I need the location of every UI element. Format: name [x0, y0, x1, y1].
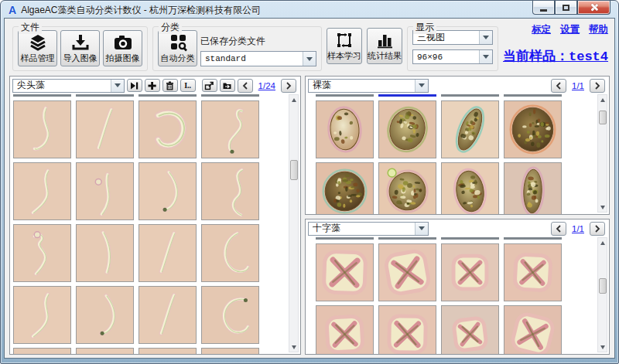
- scroll-down-icon[interactable]: [598, 342, 607, 352]
- panel-luozao-header: 裸藻 1/1: [306, 77, 609, 94]
- auto-classify-button[interactable]: 自动分类: [158, 30, 197, 66]
- algae-image-tile[interactable]: [139, 224, 197, 282]
- algae-image-tile[interactable]: [378, 162, 436, 214]
- close-button[interactable]: [577, 1, 610, 15]
- algae-image-tile[interactable]: [441, 100, 499, 158]
- algae-image-tile[interactable]: [139, 286, 197, 344]
- scroll-up-icon[interactable]: [598, 238, 607, 247]
- algae-image-tile[interactable]: [201, 286, 259, 344]
- scroll-thumb[interactable]: [290, 160, 298, 180]
- algae-image-tile[interactable]: [13, 100, 71, 158]
- algae-image-tile[interactable]: [441, 243, 499, 301]
- algae-image-tile[interactable]: [316, 243, 374, 301]
- algae-image-tile[interactable]: [76, 162, 134, 220]
- algae-image-tile[interactable]: [201, 224, 259, 282]
- thumb-size-value: 96×96: [417, 53, 479, 62]
- scroll-thumb[interactable]: [599, 111, 607, 124]
- folder-icon: [222, 81, 232, 90]
- column-top-bar: [378, 237, 436, 240]
- scrollbar-jiantou[interactable]: [289, 94, 299, 352]
- algae-image-tile[interactable]: [504, 305, 562, 354]
- save-to-folder-button[interactable]: [220, 79, 235, 92]
- capture-image-button[interactable]: 拍摄图像: [103, 30, 142, 66]
- algae-image-tile[interactable]: [504, 162, 562, 214]
- image-grid-area-luozao: [306, 94, 609, 214]
- thumb-size-select[interactable]: 96×96: [412, 49, 493, 64]
- scroll-thumb[interactable]: [599, 278, 607, 294]
- algae-image-tile[interactable]: [378, 100, 436, 158]
- algae-image-tile[interactable]: [378, 243, 436, 301]
- export-button[interactable]: [202, 79, 217, 92]
- scroll-down-icon[interactable]: [598, 202, 607, 212]
- current-sample-value: test4: [569, 49, 608, 64]
- panel-luozao: 裸藻 1/1: [305, 76, 610, 215]
- column-top-bar: [316, 237, 374, 240]
- prev-page-button[interactable]: [238, 79, 253, 93]
- app-logo-icon: A: [9, 4, 16, 16]
- algae-image-tile[interactable]: [316, 100, 374, 158]
- species-select-luozao[interactable]: 裸藻: [308, 79, 429, 93]
- add-button[interactable]: [145, 79, 160, 92]
- minimize-button[interactable]: [532, 1, 555, 15]
- species-select-jiantou[interactable]: 尖头藻: [12, 79, 125, 93]
- import-image-button[interactable]: 导入图像: [60, 30, 100, 66]
- algae-image-tile[interactable]: [378, 305, 436, 354]
- calibrate-link[interactable]: 标定: [532, 23, 551, 36]
- settings-link[interactable]: 设置: [560, 23, 580, 36]
- algae-image-tile[interactable]: [76, 224, 134, 282]
- algae-image-tile[interactable]: [13, 162, 71, 220]
- help-link[interactable]: 帮助: [589, 23, 608, 36]
- prev-page-button[interactable]: [551, 222, 566, 236]
- algae-image-tile[interactable]: [504, 243, 562, 301]
- species-value: 裸藻: [313, 79, 415, 92]
- page-indicator-link[interactable]: 1/1: [572, 224, 584, 233]
- prev-page-button[interactable]: [551, 79, 566, 93]
- sample-manage-button[interactable]: 样品管理: [18, 30, 57, 66]
- stats-result-button[interactable]: 统计结果: [367, 28, 402, 64]
- algae-image-tile[interactable]: [316, 305, 374, 354]
- scrollbar-shizi[interactable]: [597, 237, 607, 352]
- capture-image-label: 拍摄图像: [106, 53, 140, 64]
- image-grid-area-shizi: [306, 236, 609, 354]
- algae-image-tile[interactable]: [76, 348, 134, 354]
- algae-image-tile[interactable]: [441, 305, 499, 354]
- sample-learn-button[interactable]: 样本学习: [327, 28, 362, 64]
- next-page-button[interactable]: [281, 79, 296, 93]
- scroll-up-icon[interactable]: [598, 95, 607, 104]
- play-to-end-button[interactable]: [127, 79, 142, 92]
- algae-image-tile[interactable]: [139, 162, 197, 220]
- algae-image-tile[interactable]: [13, 224, 71, 282]
- next-page-button[interactable]: [590, 222, 605, 236]
- page-indicator-link[interactable]: 1/1: [572, 81, 584, 90]
- chevron-right-icon: [594, 222, 600, 236]
- import-image-label: 导入图像: [63, 53, 97, 64]
- algae-image-tile[interactable]: [13, 348, 71, 354]
- algae-image-tile[interactable]: [13, 286, 71, 344]
- algae-image-tile[interactable]: [76, 100, 134, 158]
- saved-file-select[interactable]: standard: [200, 51, 316, 66]
- page-indicator-link[interactable]: 1/24: [258, 81, 275, 90]
- algae-image-tile[interactable]: [201, 348, 259, 354]
- species-select-shizi[interactable]: 十字藻: [308, 222, 429, 236]
- rename-button[interactable]: I..: [180, 79, 196, 92]
- delete-button[interactable]: [162, 79, 178, 92]
- classify-group: 分类 自动分类 已保存分类文件 standard: [152, 26, 322, 71]
- scrollbar-luozao[interactable]: [597, 94, 607, 213]
- algae-image-tile[interactable]: [201, 100, 259, 158]
- plus-icon: [147, 81, 157, 90]
- panel-jiantou-header: 尖头藻 I..: [10, 77, 300, 94]
- scroll-up-icon[interactable]: [289, 95, 298, 104]
- algae-image-tile[interactable]: [441, 162, 499, 214]
- current-sample-link[interactable]: 当前样品：test4: [503, 47, 608, 65]
- algae-image-tile[interactable]: [504, 100, 562, 158]
- algae-image-tile[interactable]: [76, 286, 134, 344]
- stats-result-label: 统计结果: [368, 50, 402, 62]
- scroll-down-icon[interactable]: [289, 342, 298, 352]
- next-page-button[interactable]: [590, 79, 605, 93]
- algae-image-tile[interactable]: [201, 162, 259, 220]
- saved-files-label: 已保存分类文件: [200, 35, 316, 48]
- algae-image-tile[interactable]: [139, 100, 197, 158]
- algae-image-tile[interactable]: [316, 162, 374, 214]
- maximize-button[interactable]: [555, 1, 577, 15]
- algae-image-tile[interactable]: [139, 348, 197, 354]
